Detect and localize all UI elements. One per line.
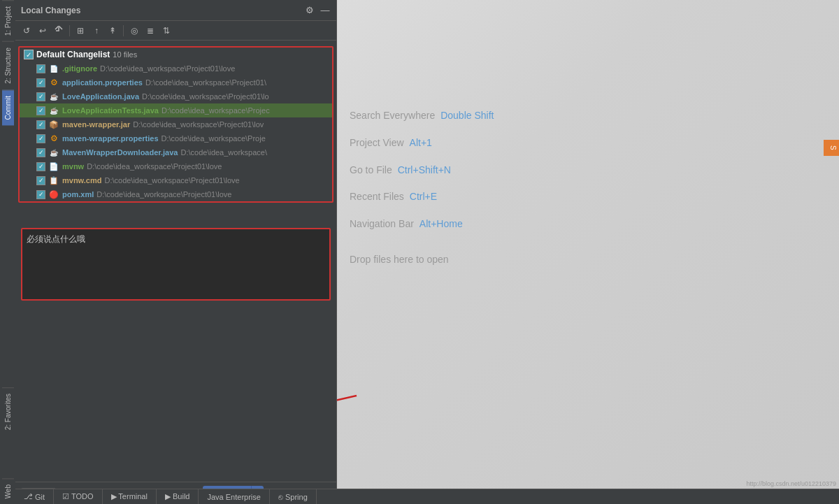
tab-java-enterprise[interactable]: Java Enterprise	[199, 489, 269, 504]
tab-git[interactable]: ⎇ Git	[15, 489, 54, 504]
todo-tab-label: ☑ TODO	[62, 492, 93, 501]
file-name-app-props: application.properties	[62, 78, 143, 87]
file-name-mvnw: mvnw	[62, 162, 84, 171]
file-item-love-app[interactable]: ✓ ☕ LoveApplication.java D:\code\idea_wo…	[20, 89, 332, 103]
panel-title: Local Changes	[21, 6, 80, 15]
file-icon-maven-props: ⚙	[48, 133, 59, 144]
nav-bar-shortcut: Alt+Home	[420, 213, 463, 235]
file-item-love-app-tests[interactable]: ✓ ☕ LoveApplicationTests.java D:\code\id…	[20, 103, 332, 117]
sidebar-item-favorites[interactable]: 2: Favorites	[2, 387, 14, 435]
file-icon-gitignore: 📄	[48, 63, 59, 74]
file-list-area: ✓ Default Changelist 10 files ✓ 📄 .gitig…	[15, 41, 336, 222]
commit-message-wrapper: 必须说点什么哦	[15, 222, 336, 306]
terminal-tab-label: ▶ Terminal	[111, 492, 148, 501]
file-name-pom: pom.xml	[62, 190, 94, 199]
sidebar-item-project[interactable]: 1: Project	[2, 0, 14, 41]
file-item-mvnw-cmd[interactable]: ✓ 📋 mvnw.cmd D:\code\idea_workspace\Proj…	[20, 173, 332, 187]
local-changes-panel: Local Changes ⚙ — ↺ ↩ ⊞ ↑ ↟ ◎ ≣ ⇅ ✓ De	[15, 0, 337, 504]
spring-tab-label: ⎋ Spring	[278, 493, 308, 501]
tab-terminal[interactable]: ▶ Terminal	[103, 489, 157, 504]
file-name-mvnw-cmd: mvnw.cmd	[62, 176, 101, 185]
tab-todo[interactable]: ☑ TODO	[54, 489, 102, 504]
file-item-maven-wrapper-props[interactable]: ✓ ⚙ maven-wrapper.properties D:\code\ide…	[20, 131, 332, 145]
toolbar-sep-2	[123, 25, 124, 36]
push-button[interactable]: ↑	[89, 24, 103, 38]
file-icon-maven-jar: 📦	[48, 119, 59, 130]
file-item-mvnw[interactable]: ✓ 📄 mvnw D:\code\idea_workspace\Project0…	[20, 159, 332, 173]
refresh-button[interactable]: ↺	[20, 24, 34, 38]
watermark: http://blog.csdn.net/u012210379	[743, 479, 839, 489]
update-icon	[54, 26, 64, 36]
changelist-name: Default Changelist	[36, 50, 110, 59]
file-path-mvnw-cmd: D:\code\idea_workspace\Project01\love	[104, 176, 239, 185]
file-item-application-properties[interactable]: ✓ ⚙ application.properties D:\code\idea_…	[20, 75, 332, 89]
build-tab-label: ▶ Build	[165, 492, 190, 501]
bottom-tabs: ⎇ Git ☑ TODO ▶ Terminal ▶ Build Java Ent…	[15, 489, 839, 504]
file-path-mvnw: D:\code\idea_workspace\Project01\love	[87, 162, 222, 171]
file-checkbox-app-props[interactable]: ✓	[36, 78, 45, 87]
file-checkbox-maven-dl[interactable]: ✓	[36, 148, 45, 157]
tab-build[interactable]: ▶ Build	[157, 489, 199, 504]
file-icon-mvnw: 📄	[48, 161, 59, 172]
file-path-love-tests: D:\code\idea_workspace\Projec	[162, 106, 270, 115]
file-checkbox-maven-jar[interactable]: ✓	[36, 120, 45, 129]
file-checkbox-mvnw-cmd[interactable]: ✓	[36, 176, 45, 185]
file-checkbox-mvnw[interactable]: ✓	[36, 162, 45, 171]
file-path-maven-dl: D:\code\idea_workspace\	[180, 148, 267, 157]
file-name-love-app: LoveApplication.java	[62, 92, 139, 101]
commit-push-button[interactable]: ⊞	[73, 24, 87, 38]
tab-spring[interactable]: ⎋ Spring	[270, 489, 317, 504]
java-enterprise-tab-label: Java Enterprise	[207, 493, 260, 501]
settings-icon[interactable]: ⚙	[304, 5, 315, 16]
recent-files-shortcut: Ctrl+E	[410, 186, 437, 208]
search-everywhere-shortcut: Double Shift	[440, 105, 494, 127]
file-item-maven-wrapper-jar[interactable]: ✓ 📦 maven-wrapper.jar D:\code\idea_works…	[20, 117, 332, 131]
file-icon-love-tests: ☕	[48, 105, 59, 116]
file-item-maven-downloader[interactable]: ✓ ☕ MavenWrapperDownloader.java D:\code\…	[20, 145, 332, 159]
commit-message-highlight-box: 必须说点什么哦	[21, 228, 331, 301]
group-button[interactable]: ≣	[143, 24, 157, 38]
file-icon-mvnw-cmd: 📋	[48, 175, 59, 186]
panel-header-icons: ⚙ —	[304, 5, 331, 16]
view-options-button[interactable]: ◎	[127, 24, 141, 38]
update-button[interactable]	[52, 24, 66, 38]
file-icon-app-props: ⚙	[48, 77, 59, 88]
nav-bar-label: Navigation Bar	[350, 213, 414, 235]
file-checkbox-pom[interactable]: ✓	[36, 190, 45, 199]
file-name-maven-jar: maven-wrapper.jar	[62, 120, 130, 129]
minimize-icon[interactable]: —	[320, 5, 331, 16]
file-checkbox-gitignore[interactable]: ✓	[36, 64, 45, 73]
project-view-shortcut: Alt+1	[410, 132, 432, 154]
file-item-pom-xml[interactable]: ✓ 🔴 pom.xml D:\code\idea_workspace\Proje…	[20, 187, 332, 201]
file-path-maven-jar: D:\code\idea_workspace\Project01\lov	[133, 120, 264, 129]
commit-message-text[interactable]: 必须说点什么哦	[27, 233, 325, 289]
file-checkbox-love-app[interactable]: ✓	[36, 92, 45, 101]
goto-file-shortcut: Ctrl+Shift+N	[398, 159, 451, 181]
panel-spacer	[15, 306, 336, 482]
file-checkbox-maven-props[interactable]: ✓	[36, 134, 45, 143]
sidebar-item-commit[interactable]: Commit	[2, 89, 14, 125]
commit-message-area: 必须说点什么哦	[22, 229, 329, 299]
changelist-checkbox[interactable]: ✓	[24, 50, 34, 59]
recent-files-label: Recent Files	[350, 186, 404, 208]
sort-button[interactable]: ⇅	[159, 24, 173, 38]
goto-file-label: Go to File	[350, 159, 392, 181]
file-path-app-props: D:\code\idea_workspace\Project01\	[145, 78, 266, 87]
sidebar-item-structure[interactable]: 2: Structure	[2, 41, 14, 89]
file-name-maven-props: maven-wrapper.properties	[62, 134, 159, 143]
file-icon-maven-dl: ☕	[48, 147, 59, 158]
stash-button[interactable]: ↟	[106, 24, 120, 38]
git-tab-icon: ⎇	[24, 492, 33, 501]
rollback-button[interactable]: ↩	[36, 24, 50, 38]
toolbar-sep-1	[69, 25, 70, 36]
shortcut-hints: Search Everywhere Double Shift Project V…	[350, 105, 494, 276]
panel-header: Local Changes ⚙ —	[15, 0, 336, 21]
file-icon-love-app: ☕	[48, 91, 59, 102]
changelist-header[interactable]: ✓ Default Changelist 10 files	[20, 48, 332, 62]
file-checkbox-love-tests[interactable]: ✓	[36, 106, 45, 115]
sidebar-item-web[interactable]: Web	[2, 478, 14, 504]
right-sidebar-tab[interactable]: S	[824, 140, 839, 156]
file-item-gitignore[interactable]: ✓ 📄 .gitignore D:\code\idea_workspace\Pr…	[20, 62, 332, 75]
file-path-maven-props: D:\code\idea_workspace\Proje	[162, 134, 266, 143]
file-name-maven-dl: MavenWrapperDownloader.java	[62, 148, 178, 157]
